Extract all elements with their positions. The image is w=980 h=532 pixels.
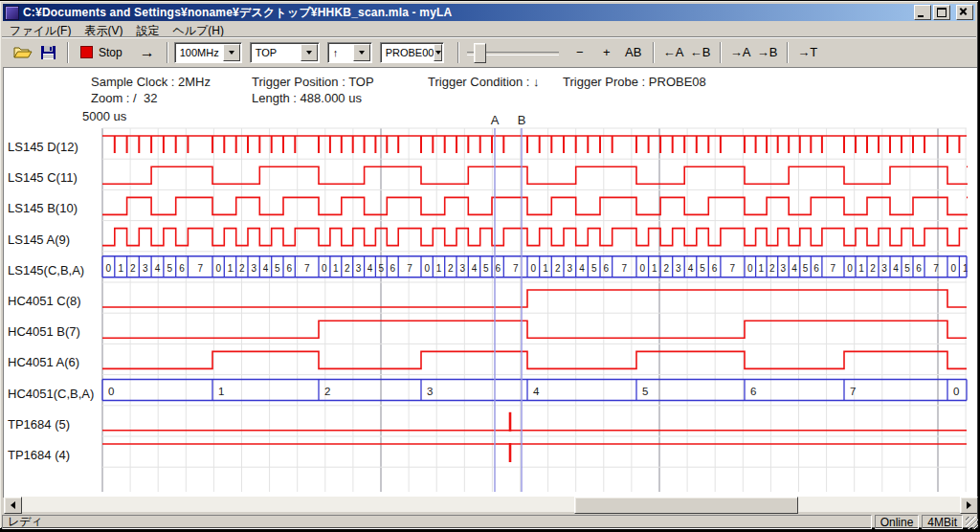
jump-left-to-b-button[interactable]: ←B xyxy=(687,42,714,63)
ab-cursors-button[interactable]: AB xyxy=(620,42,647,63)
resize-grip-icon[interactable] xyxy=(966,517,978,529)
channel-label[interactable]: LS145 D(12) xyxy=(8,140,78,154)
stop-button[interactable]: Stop xyxy=(75,41,130,64)
dropdown-arrow-icon[interactable] xyxy=(434,44,441,61)
jump-right-to-b-button[interactable]: →B xyxy=(754,42,781,63)
trigger-edge-value: ↑ xyxy=(333,47,353,58)
trigger-position-combo[interactable]: TOP xyxy=(250,42,320,63)
scroll-right-button[interactable] xyxy=(960,497,978,514)
menu-settings[interactable]: 設定 xyxy=(130,22,167,36)
channel-label[interactable]: LS145(C,B,A) xyxy=(8,263,84,277)
menu-bar: ファイル(F)表示(V)設定ヘルプ(H) xyxy=(4,22,232,36)
zoom-slider-thumb[interactable] xyxy=(474,43,486,63)
info-sample-clock: Sample Clock : 2MHz xyxy=(91,75,211,89)
stop-label: Stop xyxy=(99,46,122,59)
trigger-probe-value: PROBE00 xyxy=(386,47,434,58)
minimize-button[interactable] xyxy=(914,5,931,20)
channel-label[interactable]: LS145 C(11) xyxy=(8,170,78,185)
scrollbar-thumb[interactable] xyxy=(574,497,798,514)
zoom-slider[interactable] xyxy=(467,42,559,63)
timeline-label: 5000 us xyxy=(82,109,126,123)
scroll-left-button[interactable] xyxy=(4,497,22,514)
maximize-button[interactable] xyxy=(933,5,950,20)
channel-label[interactable]: TP1684 (5) xyxy=(8,417,70,432)
channel-label[interactable]: HC4051 C(8) xyxy=(8,294,81,308)
trigger-edge-combo[interactable]: ↑ xyxy=(327,42,372,63)
app-icon[interactable] xyxy=(5,6,19,20)
zoom-out-button[interactable]: − xyxy=(567,42,593,63)
status-online: Online xyxy=(875,515,920,529)
run-arrow-icon: → xyxy=(140,44,155,61)
run-button[interactable]: → xyxy=(134,41,161,64)
jump-to-trigger-button[interactable]: →T xyxy=(794,42,821,63)
jump-left-to-a-button[interactable]: ←A xyxy=(660,42,687,63)
info-zoom: Zoom : / 32 xyxy=(91,91,157,105)
dropdown-arrow-icon[interactable] xyxy=(353,44,370,61)
channel-label[interactable]: HC4051(C,B,A) xyxy=(8,387,94,401)
scroll-right-arrow-icon xyxy=(967,501,971,509)
menu-view[interactable]: 表示(V) xyxy=(78,22,130,36)
title-bar[interactable]: C:¥Documents and Settings¥noname¥デスクトップ¥… xyxy=(3,4,975,21)
app-window: 0123456701234567012345670123456701234567… xyxy=(0,1,978,528)
status-memory: 4MBit xyxy=(922,515,963,529)
info-trigger-probe: Trigger Probe : PROBE08 xyxy=(563,75,706,89)
sample-clock-combo[interactable]: 100MHz xyxy=(174,42,242,63)
trigger-position-value: TOP xyxy=(256,47,301,58)
channel-label[interactable]: TP1684 (4) xyxy=(8,448,70,462)
trigger-probe-combo[interactable]: PROBE00 xyxy=(380,42,444,63)
stop-square-icon xyxy=(80,46,93,58)
dropdown-arrow-icon[interactable] xyxy=(301,44,318,61)
info-length: Length : 488.000 us xyxy=(252,91,362,105)
zoom-in-button[interactable]: + xyxy=(593,42,620,63)
jump-right-to-a-button[interactable]: →A xyxy=(727,42,754,63)
open-file-button[interactable] xyxy=(11,41,34,64)
sample-clock-value: 100MHz xyxy=(180,47,223,58)
toolbar: Stop → 100MHz TOP ↑ PROBE00 −+AB←A←B→A→B… xyxy=(4,38,980,66)
channel-label[interactable]: LS145 B(10) xyxy=(8,201,78,215)
maximize-icon xyxy=(937,8,947,17)
save-icon xyxy=(40,45,56,60)
info-trigger-position: Trigger Position : TOP xyxy=(252,75,374,89)
channel-label[interactable]: HC4051 B(7) xyxy=(8,324,80,339)
menu-file[interactable]: ファイル(F) xyxy=(4,22,78,36)
status-bar: レディ Online 4MBit xyxy=(2,514,978,529)
minimize-icon xyxy=(918,15,924,17)
save-file-button[interactable] xyxy=(36,41,59,64)
dropdown-arrow-icon[interactable] xyxy=(223,44,240,61)
menu-help[interactable]: ヘルプ(H) xyxy=(167,22,232,36)
close-button[interactable] xyxy=(956,5,973,20)
info-trigger-condition: Trigger Condition : ↓ xyxy=(428,75,540,89)
waveform-client-area xyxy=(3,67,977,498)
horizontal-scrollbar[interactable] xyxy=(4,497,976,512)
channel-label[interactable]: LS145 A(9) xyxy=(8,233,70,247)
window-title: C:¥Documents and Settings¥noname¥デスクトップ¥… xyxy=(23,5,452,21)
channel-label[interactable]: HC4051 A(6) xyxy=(8,355,79,369)
open-file-icon xyxy=(13,45,33,60)
status-ready: レディ xyxy=(2,515,872,529)
scroll-left-arrow-icon xyxy=(11,501,15,509)
